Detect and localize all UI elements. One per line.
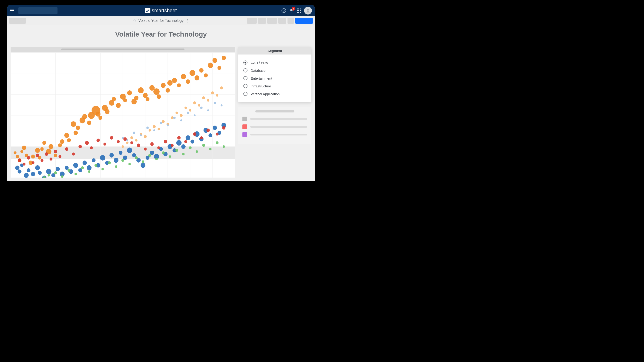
svg-point-94 [189, 109, 191, 112]
svg-point-77 [217, 66, 221, 70]
svg-point-186 [123, 137, 127, 141]
svg-point-101 [220, 86, 223, 90]
segment-option[interactable]: Infrastructure [243, 82, 306, 90]
svg-point-177 [65, 148, 68, 151]
apps-grid-icon[interactable] [297, 8, 301, 13]
svg-point-159 [173, 116, 176, 119]
svg-point-29 [40, 148, 44, 151]
svg-point-19 [14, 151, 16, 154]
svg-point-202 [48, 174, 50, 177]
svg-point-188 [137, 144, 140, 147]
svg-point-72 [194, 76, 200, 80]
notification-badge: 4 [292, 7, 295, 10]
svg-point-225 [202, 144, 205, 147]
svg-point-185 [117, 140, 120, 143]
legend-label-placeholder [250, 134, 307, 136]
svg-point-90 [171, 116, 174, 119]
svg-point-218 [155, 158, 158, 160]
search-input[interactable] [18, 7, 58, 14]
toolbar-btn-3[interactable] [267, 18, 277, 24]
svg-point-181 [90, 146, 93, 149]
sub-toolbar: ☆ Volatile Year for Technology [7, 16, 315, 25]
svg-point-47 [98, 116, 102, 120]
svg-point-98 [207, 99, 209, 102]
segment-option[interactable]: Entertainment [243, 74, 306, 82]
svg-point-179 [78, 145, 82, 148]
segment-option[interactable]: Vertical Application [243, 90, 306, 98]
svg-point-82 [135, 139, 137, 142]
toolbar-btn-4[interactable] [278, 18, 286, 24]
svg-point-166 [220, 104, 222, 106]
segment-option-label: Infrastructure [251, 84, 271, 88]
svg-point-62 [154, 88, 160, 95]
svg-point-209 [94, 164, 97, 167]
hamburger-menu-icon[interactable] [10, 8, 16, 13]
svg-point-162 [194, 114, 196, 116]
svg-point-125 [110, 153, 114, 158]
svg-point-155 [146, 126, 148, 129]
svg-point-46 [96, 112, 100, 116]
svg-point-228 [223, 145, 225, 148]
segment-option[interactable]: CAD / EDA [243, 59, 306, 66]
svg-point-223 [189, 146, 192, 149]
svg-point-91 [176, 112, 178, 114]
svg-point-141 [181, 144, 186, 149]
svg-point-176 [58, 155, 61, 158]
svg-point-99 [211, 91, 214, 94]
toolbar-left-placeholder[interactable] [9, 18, 26, 24]
svg-point-211 [108, 161, 111, 164]
svg-point-194 [177, 136, 181, 140]
svg-point-69 [181, 74, 186, 79]
svg-point-190 [150, 142, 154, 146]
segment-option[interactable]: Database [243, 66, 306, 74]
side-column: Segment CAD / EDADatabaseEntertainmentIn… [238, 47, 312, 178]
star-icon[interactable]: ☆ [133, 18, 136, 23]
legend-header-placeholder [255, 110, 294, 112]
svg-point-0 [307, 9, 309, 10]
svg-point-126 [114, 158, 118, 163]
document-tab-title: Volatile Year for Technology [138, 19, 184, 23]
svg-point-87 [158, 128, 160, 130]
svg-point-75 [208, 62, 213, 68]
segment-option-label: Entertainment [251, 76, 272, 80]
notifications-button[interactable]: 4 [289, 8, 294, 13]
svg-point-123 [100, 155, 105, 160]
svg-point-161 [187, 112, 189, 114]
svg-point-224 [196, 150, 198, 153]
kebab-menu-icon[interactable] [186, 19, 189, 23]
brand-name: smartsheet [152, 8, 177, 14]
svg-point-78 [222, 56, 226, 60]
svg-point-73 [199, 68, 204, 73]
toolbar-btn-2[interactable] [258, 18, 266, 24]
svg-point-170 [32, 161, 34, 164]
svg-point-88 [162, 120, 164, 123]
svg-point-111 [46, 169, 51, 174]
segment-option-label: Vertical Application [251, 92, 280, 96]
user-avatar[interactable] [304, 7, 312, 14]
svg-point-84 [144, 135, 146, 138]
svg-point-74 [204, 73, 208, 77]
svg-point-184 [110, 136, 114, 140]
primary-action-button[interactable] [295, 18, 313, 24]
svg-point-107 [31, 172, 35, 176]
chart-canvas[interactable] [10, 53, 235, 178]
svg-point-168 [22, 162, 25, 166]
chart-column [10, 47, 235, 178]
svg-point-205 [68, 169, 70, 172]
svg-point-71 [190, 70, 195, 76]
svg-point-109 [38, 171, 42, 175]
svg-point-57 [134, 96, 138, 100]
svg-point-206 [74, 173, 77, 175]
toolbar-btn-1[interactable] [247, 18, 257, 24]
toolbar-btn-5[interactable] [288, 18, 294, 24]
svg-point-227 [216, 141, 218, 144]
chart-header-placeholder [10, 47, 235, 52]
legend-list [242, 116, 307, 137]
svg-point-103 [18, 170, 22, 174]
help-icon[interactable]: ? [282, 8, 286, 13]
svg-point-178 [72, 152, 75, 156]
svg-point-55 [127, 90, 132, 96]
svg-point-76 [212, 58, 217, 63]
svg-point-86 [153, 125, 156, 128]
svg-point-100 [216, 94, 218, 96]
